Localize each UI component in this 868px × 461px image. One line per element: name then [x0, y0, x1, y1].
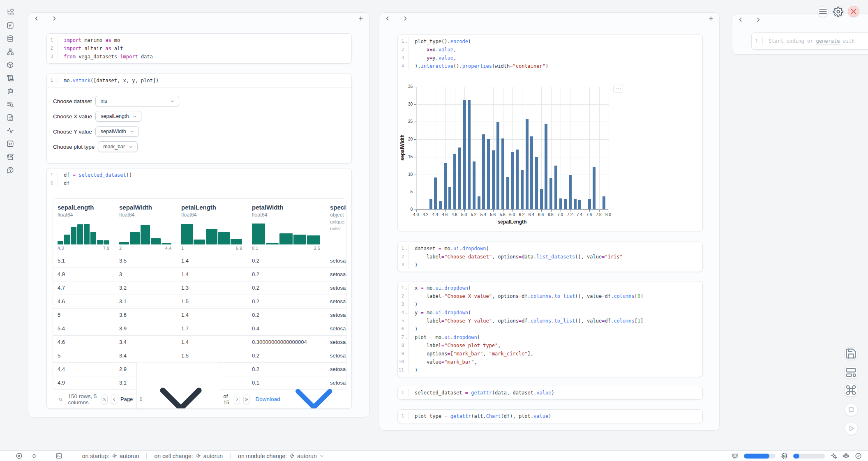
code-line[interactable]: 1⌄plot_type().encode( [398, 37, 702, 46]
code-line[interactable]: 2 label="Choose X value", options=df.col… [398, 292, 702, 300]
code-line[interactable]: 2 label="Choose dataset", options=data.l… [398, 253, 702, 261]
panel-scroll-right-button[interactable] [402, 15, 409, 22]
file-tree-icon[interactable] [7, 9, 14, 16]
settings-button[interactable] [833, 6, 844, 17]
dataset-select[interactable]: iris [95, 96, 179, 106]
table-row[interactable]: 53.41.50.2setosa [53, 349, 346, 363]
bar [535, 157, 538, 210]
on-cell-change-config[interactable]: on cell change: autorun [154, 453, 223, 459]
code-line[interactable]: 2import altair as alt [47, 44, 351, 53]
assistant-bot-icon[interactable] [843, 452, 850, 459]
code-line[interactable]: 1mo.vstack([dataset, x, y, plot]) [47, 76, 351, 85]
tracing-icon[interactable] [7, 127, 14, 134]
code-line[interactable]: 8 label="Choose plot type", [398, 341, 702, 350]
run-button[interactable] [845, 422, 858, 435]
table-row[interactable]: 4.931.40.2setosa [53, 268, 346, 281]
code-line[interactable]: 7⌄plot = mo.ui.dropdown( [398, 333, 702, 341]
table-row[interactable]: 5.13.51.40.2setosa [53, 254, 346, 268]
table-row[interactable]: 5.43.91.70.4setosa [53, 322, 346, 336]
logs-icon[interactable] [7, 101, 14, 108]
snippets-icon[interactable] [7, 140, 14, 148]
bar [434, 177, 437, 210]
panel-scroll-left-button[interactable] [737, 16, 744, 23]
code-line[interactable]: 4).interactive().properties(width="conta… [398, 62, 702, 70]
table-row[interactable]: 4.63.41.40.30000000000000004setosa [53, 336, 346, 349]
next-page-button[interactable] [234, 394, 240, 404]
code-line[interactable]: 10 value="mark_bar", [398, 358, 702, 366]
code-line[interactable]: 6) [398, 325, 702, 333]
column-header-species[interactable]: speciesobjectunique:nulls: [326, 199, 346, 254]
code-line[interactable]: 5 label="Choose Y value", options=df.col… [398, 317, 702, 325]
code-line[interactable]: 4⌄y = mo.ui.dropdown( [398, 309, 702, 317]
code-line[interactable]: 1 Start coding or generate with [752, 37, 868, 45]
code-line[interactable]: 3 y=y.value, [398, 54, 702, 62]
column-header-petalWidth[interactable]: petalWidthfloat640.12.5 [247, 199, 326, 254]
chat-icon[interactable] [7, 88, 14, 95]
table-row[interactable]: 53.61.40.2setosa [53, 309, 346, 322]
code-line[interactable]: 2 x=x.value, [398, 46, 702, 54]
code-line[interactable]: 1import marimo as mo [47, 36, 351, 44]
line-number: 3 [50, 53, 53, 61]
shutdown-button[interactable] [848, 6, 859, 17]
scratchpad-icon[interactable] [7, 74, 14, 82]
bar [603, 196, 605, 210]
help-icon[interactable] [7, 166, 14, 174]
command-palette-button[interactable] [845, 384, 857, 396]
code-line[interactable]: 2df [47, 179, 351, 187]
y-value-select[interactable]: sepalWidth [95, 126, 139, 137]
column-header-sepalWidth[interactable]: sepalWidthfloat6424.4 [115, 199, 177, 254]
column-header-petalLength[interactable]: petalLengthfloat6416.9 [177, 199, 247, 254]
notebook-icon[interactable] [7, 153, 14, 161]
stop-button[interactable] [845, 403, 858, 416]
connection-status-icon[interactable] [855, 452, 862, 459]
code-line[interactable]: 1selected_dataset = getattr(data, datase… [398, 389, 702, 397]
panel-scroll-right-button[interactable] [51, 15, 58, 22]
code-line[interactable]: 1df = selected_dataset() [47, 171, 351, 179]
panel-scroll-right-button[interactable] [755, 16, 762, 23]
on-module-change-config[interactable]: on module change: autorun [238, 453, 324, 459]
panel-scroll-left-button[interactable] [384, 15, 391, 22]
ai-sparkles-icon[interactable] [830, 452, 837, 459]
code-line[interactable]: 3from vega_datasets import data [47, 53, 351, 61]
package-icon[interactable] [7, 61, 14, 69]
terminal-button[interactable] [55, 452, 62, 459]
database-icon[interactable] [7, 35, 14, 42]
chart-actions-button[interactable] [613, 85, 623, 93]
save-button[interactable] [845, 347, 857, 360]
error-indicator[interactable]: 0 [16, 452, 36, 459]
add-cell-button[interactable] [358, 15, 364, 22]
last-page-button[interactable] [243, 394, 249, 404]
notebook-menu-button[interactable] [817, 6, 829, 17]
function-square-icon[interactable] [7, 22, 14, 29]
code-line[interactable]: 3) [398, 300, 702, 309]
bar [501, 138, 504, 210]
documentation-icon[interactable] [7, 114, 14, 121]
code-line[interactable]: 1plot_type = getattr(alt.Chart(df), plot… [398, 412, 702, 420]
bar [516, 150, 519, 210]
code-line[interactable]: 1⌄dataset = mo.ui.dropdown( [398, 244, 702, 253]
bar [574, 199, 577, 210]
table-row[interactable]: 4.73.21.30.2setosa [53, 281, 346, 295]
panel-scroll-left-button[interactable] [33, 15, 40, 22]
dependency-graph-icon[interactable] [7, 48, 14, 55]
code-line[interactable]: 3) [398, 261, 702, 269]
x-value-select[interactable]: sepalLength [95, 111, 141, 122]
layout-button[interactable] [845, 366, 857, 379]
table-row[interactable]: 4.63.11.50.2setosa [53, 295, 346, 309]
column-header-sepalLength[interactable]: sepalLengthfloat644.37.9 [53, 199, 115, 254]
on-startup-config[interactable]: on startup: autorun [82, 453, 139, 459]
generate-with-ai-link[interactable]: generate [816, 38, 840, 44]
plot-area[interactable] [416, 87, 608, 210]
empty-code-cell: 1 Start coding or generate with [751, 32, 868, 50]
download-button[interactable]: Download [256, 367, 346, 409]
plot-type-select[interactable]: mark_bar [98, 141, 138, 152]
add-cell-button[interactable] [708, 15, 714, 22]
prev-page-button[interactable] [111, 394, 117, 404]
code-line[interactable]: 1⌄x = mo.ui.dropdown( [398, 284, 702, 292]
search-icon[interactable] [58, 396, 62, 403]
page-select[interactable]: 1 [136, 362, 220, 409]
code-line[interactable]: 11) [398, 366, 702, 374]
code-line[interactable]: 9 options=["mark_bar", "mark_circle"], [398, 350, 702, 358]
resource-indicators [732, 452, 868, 459]
first-page-button[interactable] [101, 394, 107, 404]
